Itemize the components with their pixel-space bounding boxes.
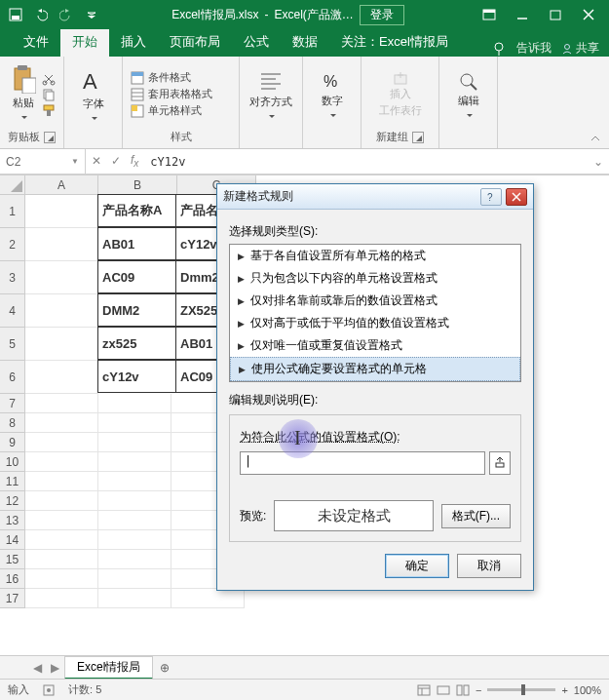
cell-B13[interactable] xyxy=(98,511,171,530)
cell-A7[interactable] xyxy=(25,394,98,413)
edit-button[interactable]: 编辑 xyxy=(455,66,482,126)
collapse-ribbon-icon[interactable] xyxy=(590,133,601,144)
rowhdr-17[interactable]: 17 xyxy=(0,589,25,608)
rowhdr-4[interactable]: 4 xyxy=(0,294,25,328)
colhdr-A[interactable]: A xyxy=(25,175,98,195)
tab-layout[interactable]: 页面布局 xyxy=(158,29,232,57)
cell-B5[interactable]: zx525 xyxy=(97,327,176,360)
help-icon[interactable] xyxy=(491,41,507,57)
cell-A8[interactable] xyxy=(25,413,98,433)
cell-B11[interactable] xyxy=(98,472,171,491)
cell-A11[interactable] xyxy=(25,472,98,491)
format-painter-icon[interactable] xyxy=(42,103,56,117)
cell-B2[interactable]: AB01 xyxy=(97,227,176,260)
formula-input[interactable]: cY12v xyxy=(144,153,588,171)
accept-formula-icon[interactable]: ✓ xyxy=(111,154,121,168)
tab-file[interactable]: 文件 xyxy=(12,29,60,57)
dialog-help-icon[interactable]: ? xyxy=(480,188,502,206)
view-layout-icon[interactable] xyxy=(437,684,450,696)
qat-customize-icon[interactable] xyxy=(80,3,103,26)
tab-attention[interactable]: 关注：Excel情报局 xyxy=(329,29,460,57)
cell-B3[interactable]: AC09 xyxy=(97,260,176,293)
cell-B15[interactable] xyxy=(98,550,171,569)
cell-A4[interactable] xyxy=(25,294,98,328)
rowhdr-15[interactable]: 15 xyxy=(0,550,25,569)
number-button[interactable]: %数字 xyxy=(320,66,345,126)
rowhdr-6[interactable]: 6 xyxy=(0,361,25,394)
cell-A10[interactable] xyxy=(25,452,98,472)
cell-B4[interactable]: DMM2 xyxy=(97,293,176,327)
ok-button[interactable]: 确定 xyxy=(385,554,449,578)
cell-B9[interactable] xyxy=(98,433,171,452)
align-button[interactable]: 对齐方式 xyxy=(247,65,294,127)
rowhdr-11[interactable]: 11 xyxy=(0,472,25,491)
copy-icon[interactable] xyxy=(42,88,56,101)
rowhdr-16[interactable]: 16 xyxy=(0,569,25,589)
cell-A6[interactable] xyxy=(25,361,98,394)
rowhdr-10[interactable]: 10 xyxy=(0,452,25,472)
rule-item-5[interactable]: 使用公式确定要设置格式的单元格 xyxy=(230,357,520,381)
cell-A2[interactable] xyxy=(25,228,98,261)
cell-B17[interactable] xyxy=(98,589,171,608)
rowhdr-8[interactable]: 8 xyxy=(0,413,25,433)
rule-item-0[interactable]: 基于各自值设置所有单元格的格式 xyxy=(230,245,520,267)
macro-record-icon[interactable] xyxy=(43,684,55,696)
colhdr-B[interactable]: B xyxy=(98,175,177,195)
rowhdr-2[interactable]: 2 xyxy=(0,228,25,261)
insert-cells-button[interactable] xyxy=(394,71,407,85)
font-button[interactable]: A 字体 xyxy=(79,63,108,129)
rule-item-2[interactable]: 仅对排名靠前或靠后的数值设置格式 xyxy=(230,290,520,312)
tellme-label[interactable]: 告诉我 xyxy=(516,40,552,57)
ribbon-options-icon[interactable] xyxy=(473,1,506,28)
rowhdr-12[interactable]: 12 xyxy=(0,491,25,511)
zoom-level[interactable]: 100% xyxy=(574,684,601,696)
cell-A13[interactable] xyxy=(25,511,98,530)
cancel-formula-icon[interactable]: ✕ xyxy=(92,154,101,168)
cell-C17[interactable] xyxy=(171,589,245,608)
zoom-slider[interactable]: −+ 100% xyxy=(476,684,601,696)
cell-B7[interactable] xyxy=(98,394,171,413)
expand-formula-icon[interactable]: ⌄ xyxy=(588,155,609,169)
clipboard-launcher-icon[interactable] xyxy=(44,132,56,143)
cell-B10[interactable] xyxy=(98,452,171,472)
table-format-button[interactable]: 套用表格格式 xyxy=(131,87,216,101)
rule-formula-input[interactable]: | xyxy=(240,451,485,475)
rule-type-list[interactable]: 基于各自值设置所有单元格的格式 只为包含以下内容的单元格设置格式 仅对排名靠前或… xyxy=(229,244,521,382)
fx-icon[interactable]: fx xyxy=(131,153,138,169)
dialog-close-icon[interactable] xyxy=(506,188,527,206)
tab-formulas[interactable]: 公式 xyxy=(232,29,281,57)
rule-item-4[interactable]: 仅对唯一值或重复值设置格式 xyxy=(230,334,520,357)
cell-A16[interactable] xyxy=(25,569,98,589)
cell-A5[interactable] xyxy=(25,328,98,361)
rule-item-1[interactable]: 只为包含以下内容的单元格设置格式 xyxy=(230,267,520,290)
cell-B16[interactable] xyxy=(98,569,171,589)
login-button[interactable]: 登录 xyxy=(360,5,404,25)
rowhdr-13[interactable]: 13 xyxy=(0,511,25,530)
rowhdr-7[interactable]: 7 xyxy=(0,394,25,413)
cell-B14[interactable] xyxy=(98,530,171,550)
collapse-dialog-icon[interactable] xyxy=(489,451,511,475)
cancel-button[interactable]: 取消 xyxy=(457,554,521,578)
cell-A14[interactable] xyxy=(25,530,98,550)
cell-B12[interactable] xyxy=(98,491,171,511)
newgroup-launcher-icon[interactable] xyxy=(412,132,424,143)
cell-A15[interactable] xyxy=(25,550,98,569)
maximize-icon[interactable] xyxy=(539,1,572,28)
view-pagebreak-icon[interactable] xyxy=(456,684,470,696)
cell-A3[interactable] xyxy=(25,261,98,294)
sheet-tab-1[interactable]: Excel情报局 xyxy=(64,656,153,680)
cut-icon[interactable] xyxy=(42,72,56,86)
cell-A17[interactable] xyxy=(25,589,98,608)
close-icon[interactable] xyxy=(572,1,605,28)
cell-A1[interactable] xyxy=(25,195,98,228)
new-sheet-icon[interactable]: ⊕ xyxy=(155,661,174,675)
rowhdr-3[interactable]: 3 xyxy=(0,261,25,294)
rowhdr-9[interactable]: 9 xyxy=(0,433,25,452)
tab-data[interactable]: 数据 xyxy=(281,29,329,57)
redo-icon[interactable] xyxy=(55,3,78,26)
format-button[interactable]: 格式(F)... xyxy=(441,504,511,528)
view-normal-icon[interactable] xyxy=(417,684,431,696)
cell-A12[interactable] xyxy=(25,491,98,511)
tab-insert[interactable]: 插入 xyxy=(109,29,158,57)
tab-home[interactable]: 开始 xyxy=(60,29,109,57)
